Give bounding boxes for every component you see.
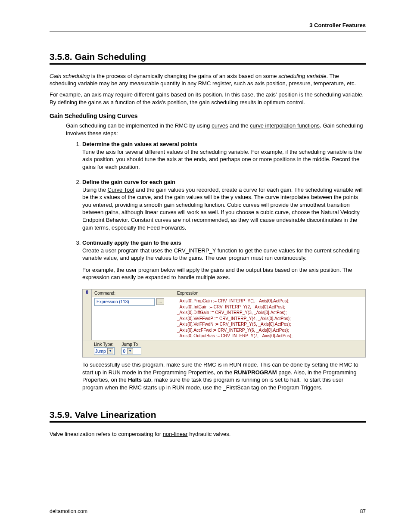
jump-to-group: Jump To 0 ▾ bbox=[121, 342, 141, 355]
page-footer: deltamotion.com 87 bbox=[50, 506, 366, 515]
footer-left: deltamotion.com bbox=[50, 508, 87, 515]
row-gutter bbox=[83, 297, 92, 340]
text: Valve linearization refers to compensati… bbox=[50, 431, 163, 437]
text: hydraulic valves. bbox=[188, 431, 231, 437]
table-row: Expression (113)… _Axis[0].PropGain := C… bbox=[83, 297, 365, 340]
section-heading-gain-scheduling: 3.5.8. Gain Scheduling bbox=[50, 51, 366, 64]
link-row: Link Type: Jump ▾ Jump To 0 ▾ bbox=[83, 340, 365, 358]
subheading-curves: Gain Scheduling Using Curves bbox=[50, 112, 366, 120]
link-type-group: Link Type: Jump ▾ bbox=[94, 342, 115, 355]
text: Create a user program that uses the bbox=[82, 247, 174, 254]
expression-line: _Axis[0].DiffGain := CRV_INTERP_Y(3, _Ax… bbox=[177, 310, 363, 316]
section-heading-valve-linearization: 3.5.9. Valve Linearization bbox=[50, 409, 366, 422]
command-picker-button[interactable]: … bbox=[156, 298, 164, 305]
expression-line: _Axis[0].VelFFwdP := CRV_INTERP_Y(4, _Ax… bbox=[177, 316, 363, 322]
expression-line: _Axis[0].OutputBias := CRV_INTERP_Y(7, _… bbox=[177, 333, 363, 339]
halts-label: Halts bbox=[128, 376, 142, 383]
text: . bbox=[321, 384, 323, 391]
link-curve-tool[interactable]: Curve Tool bbox=[108, 187, 134, 193]
steps-list: Determine the gain values at several poi… bbox=[66, 140, 366, 281]
text: Using the bbox=[82, 187, 108, 193]
link-type-dropdown[interactable]: Jump ▾ bbox=[94, 347, 115, 355]
page-number: 87 bbox=[360, 508, 366, 515]
step-index-header: 0 bbox=[83, 289, 92, 298]
step-title: Determine the gain values at several poi… bbox=[82, 141, 197, 147]
text: is the process of dynamically changing t… bbox=[90, 73, 278, 79]
command-header: Command: bbox=[92, 289, 174, 298]
list-item: Continually apply the gain to the axis C… bbox=[82, 239, 366, 281]
step-title: Continually apply the gain to the axis bbox=[82, 240, 181, 246]
page-header: 3 Controller Features bbox=[50, 22, 366, 31]
jump-to-dropdown[interactable]: 0 ▾ bbox=[121, 347, 141, 355]
text: Gain scheduling can be implemented in th… bbox=[66, 122, 212, 129]
link-crv-interp-y[interactable]: CRV_INTERP_Y bbox=[174, 247, 216, 254]
step-title: Define the gain curve for each gain bbox=[82, 179, 175, 185]
curves-intro: Gain scheduling can be implemented in th… bbox=[66, 122, 366, 137]
list-item: Define the gain curve for each gain Usin… bbox=[82, 178, 366, 231]
step-body-2: For example, the user program below will… bbox=[82, 266, 366, 281]
step-body: Using the Curve Tool and the gain values… bbox=[82, 187, 363, 231]
link-curves[interactable]: curves bbox=[212, 122, 228, 129]
table-header-row: 0 Command: Expression bbox=[83, 289, 365, 298]
command-input[interactable]: Expression (113) bbox=[94, 298, 155, 306]
section-number: 3.5.9. bbox=[50, 410, 72, 420]
chevron-down-icon: ▾ bbox=[107, 348, 113, 354]
link-type-label: Link Type: bbox=[94, 342, 115, 348]
step-body: Tune the axis for several different valu… bbox=[82, 149, 362, 170]
expression-line: _Axis[0].PropGain := CRV_INTERP_Y(1, _Ax… bbox=[177, 298, 363, 304]
expression-header: Expression bbox=[174, 289, 365, 298]
step-body: Create a user program that uses the CRV_… bbox=[82, 247, 360, 261]
link-non-linear[interactable]: non-linear bbox=[163, 431, 188, 437]
expression-line: _Axis[0].AccFFwd := CRV_INTERP_Y(6, _Axi… bbox=[177, 327, 363, 333]
term-gain-scheduling: Gain scheduling bbox=[50, 73, 90, 79]
jump-to-label: Jump To bbox=[121, 342, 141, 348]
section-title: Gain Scheduling bbox=[75, 52, 146, 62]
user-program-table: 0 Command: Expression Expression (113)… … bbox=[82, 289, 366, 358]
command-cell: Expression (113)… bbox=[92, 297, 174, 340]
heading-rule bbox=[50, 63, 366, 65]
intro-paragraph-1: Gain scheduling is the process of dynami… bbox=[50, 72, 366, 87]
dropdown-value: Jump bbox=[95, 348, 106, 355]
valve-paragraph: Valve linearization refers to compensati… bbox=[50, 430, 366, 438]
expression-cell[interactable]: _Axis[0].PropGain := CRV_INTERP_Y(1, _Ax… bbox=[174, 297, 365, 340]
term-scheduling-variable: scheduling variable bbox=[278, 73, 326, 79]
link-curve-interp-functions[interactable]: curve interpolation functions bbox=[250, 122, 320, 129]
after-table-paragraph: To successfully use this program, make s… bbox=[82, 361, 366, 391]
run-program-label: RUN/PROGRAM bbox=[234, 369, 277, 376]
section-number: 3.5.8. bbox=[50, 52, 72, 62]
intro-paragraph-2: For example, an axis may require differe… bbox=[50, 91, 366, 106]
link-program-triggers[interactable]: Program Triggers bbox=[278, 384, 321, 391]
text: and the bbox=[228, 122, 250, 129]
list-item: Determine the gain values at several poi… bbox=[82, 140, 366, 171]
section-title: Valve Linearization bbox=[75, 410, 156, 420]
expression-line: _Axis[0].VelFFwdN := CRV_INTERP_Y(5, _Ax… bbox=[177, 321, 363, 327]
chevron-down-icon: ▾ bbox=[127, 348, 133, 354]
expression-line: _Axis[0].IntGain := CRV_INTERP_Y(2, _Axi… bbox=[177, 304, 363, 310]
dropdown-value: 0 bbox=[123, 348, 125, 355]
text: and the gain values you recorded, create… bbox=[82, 187, 363, 231]
heading-rule bbox=[50, 421, 366, 423]
